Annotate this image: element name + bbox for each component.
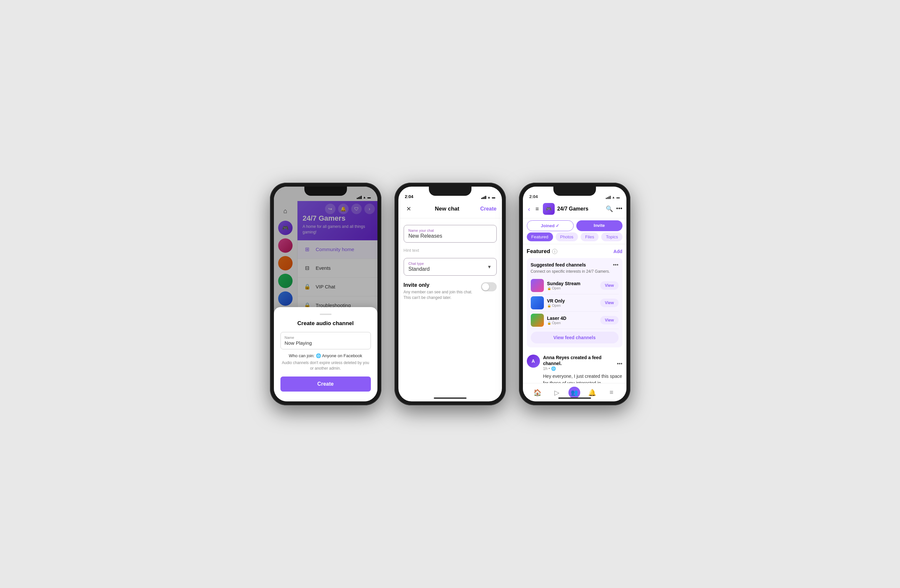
activity-more-icon[interactable]: ••• (617, 361, 622, 367)
back-button[interactable]: ‹ (527, 204, 532, 214)
invite-only-toggle[interactable] (481, 282, 497, 291)
tab-bar: Featured Photos Files Topics Re... (523, 230, 627, 244)
join-invite-row: Joined ✓ Invite (523, 218, 627, 231)
phone-2: 2:04 ▲ ▬ ✕ New chat Create Name your cha… (394, 183, 506, 405)
view-button-sunday[interactable]: View (600, 281, 618, 290)
close-button[interactable]: ✕ (403, 204, 414, 214)
info-icon[interactable]: i (552, 249, 557, 254)
group-name: 24/7 Gamers (557, 206, 603, 212)
tab-topics[interactable]: Topics (601, 232, 622, 241)
create-link[interactable]: Create (480, 206, 497, 212)
phone2-header: ✕ New chat Create (399, 201, 502, 218)
dropdown-arrow-icon: ▼ (487, 264, 492, 269)
phone-1: ▲ ▬ ⌂ 🎮 ↪ 🔔 🛡 (270, 183, 381, 405)
notch-3 (553, 187, 596, 196)
name-input-value: Now Playing (285, 340, 367, 346)
channel-thumb-sunday (531, 279, 544, 292)
header-icons: 🔍 ••• (606, 205, 622, 212)
nav-groups[interactable]: 👥 (568, 387, 580, 398)
invite-only-desc: Any member can see and join this chat. T… (403, 289, 479, 300)
time-3: 2:04 (529, 194, 538, 199)
lock-icon-sunday: 🔒 (547, 286, 551, 290)
chat-name-value: New Releases (408, 233, 492, 239)
activity-meta: 1h • 🌐 (543, 366, 617, 371)
tab-more[interactable]: Re... (625, 232, 626, 241)
chat-name-label: Name your chat (408, 229, 492, 232)
invite-only-info: Invite only Any member can see and join … (403, 282, 479, 300)
phone-3: 2:04 ▲ ▬ ‹ ≡ 🎮 24/7 Gamers 🔍 ••• Joine (519, 183, 630, 405)
home-indicator-2 (434, 398, 467, 399)
chat-type-label: Chat type (408, 262, 430, 266)
create-audio-channel-button[interactable]: Create (281, 376, 371, 391)
channel-row-vr: VR Only 🔒 Open View (531, 294, 619, 312)
channel-row-sunday: Sunday Stream 🔒 Open View (531, 277, 619, 294)
suggested-card: Suggested feed channels ••• Connect on s… (527, 258, 622, 347)
new-chat-title: New chat (435, 206, 459, 212)
invite-only-label: Invite only (403, 282, 479, 288)
tab-featured[interactable]: Featured (527, 232, 553, 241)
channel-thumb-vr (531, 296, 544, 309)
status-icons-2: ▲ ▬ (481, 195, 495, 199)
wifi-icon-3: ▲ (612, 195, 615, 199)
featured-section: Featured i Add Suggested feed channels •… (523, 244, 627, 347)
time-2: 2:04 (405, 194, 413, 199)
tab-photos[interactable]: Photos (556, 232, 578, 241)
activity-avatar: A (527, 354, 540, 368)
channel-info-sunday: Sunday Stream 🔒 Open (547, 281, 597, 290)
channel-info-laser: Laser 4D 🔒 Open (547, 316, 597, 325)
nav-home[interactable]: 🏠 (531, 385, 545, 400)
channel-status-laser: 🔒 Open (547, 321, 597, 325)
suggested-desc: Connect on specific interests in 24/7 Ga… (531, 269, 619, 274)
bottom-sheet: Create audio channel Name Now Playing Wh… (274, 307, 377, 401)
who-join-text: Who can join: 🌐 Anyone on Facebook (281, 353, 371, 358)
channel-status-vr: 🔒 Open (547, 303, 597, 308)
name-input-label: Name (285, 336, 367, 339)
lock-icon-laser: 🔒 (547, 321, 551, 325)
notch-2 (429, 187, 472, 196)
search-icon[interactable]: 🔍 (606, 205, 613, 212)
suggested-header: Suggested feed channels ••• (531, 262, 619, 268)
who-join-value: Anyone on Facebook (322, 353, 362, 358)
channel-name-vr: VR Only (547, 298, 597, 303)
chat-type-value: Standard (408, 266, 430, 272)
menu-button[interactable]: ≡ (534, 204, 540, 214)
lock-icon-vr: 🔒 (547, 304, 551, 308)
group-avatar: 🎮 (543, 203, 555, 215)
channel-status-sunday: 🔒 Open (547, 286, 597, 290)
channel-name-laser: Laser 4D (547, 316, 597, 321)
hint-text-label: Hint text (403, 248, 497, 253)
phone3-header: ‹ ≡ 🎮 24/7 Gamers 🔍 ••• (523, 201, 627, 218)
channel-row-laser: Laser 4D 🔒 Open View (531, 312, 619, 329)
home-indicator-3 (558, 398, 591, 399)
expire-text: Audio channels don't expire unless delet… (281, 360, 371, 371)
channel-info-vr: VR Only 🔒 Open (547, 298, 597, 308)
new-chat-form: Name your chat New Releases Hint text Ch… (399, 218, 502, 308)
more-icon[interactable]: ••• (616, 205, 622, 212)
phone3-content: Featured i Add Suggested feed channels •… (523, 244, 627, 401)
featured-title: Featured i (527, 248, 558, 255)
status-icons-3: ▲ ▬ (606, 195, 620, 199)
add-link[interactable]: Add (613, 249, 622, 254)
channel-name-sunday: Sunday Stream (547, 281, 597, 286)
signal-icon-3 (606, 196, 611, 199)
view-feed-channels-button[interactable]: View feed channels (531, 332, 619, 344)
view-button-laser[interactable]: View (600, 316, 618, 325)
battery-icon-3: ▬ (617, 195, 620, 199)
invite-only-row: Invite only Any member can see and join … (403, 281, 497, 302)
suggested-more-icon[interactable]: ••• (613, 262, 619, 268)
chat-name-field[interactable]: Name your chat New Releases (403, 225, 497, 243)
nav-menu[interactable]: ≡ (604, 385, 619, 400)
battery-icon-2: ▬ (492, 195, 495, 199)
view-button-vr[interactable]: View (600, 299, 618, 307)
phone-3-screen: 2:04 ▲ ▬ ‹ ≡ 🎮 24/7 Gamers 🔍 ••• Joine (523, 187, 627, 401)
sheet-title: Create audio channel (281, 320, 371, 327)
name-input-field[interactable]: Name Now Playing (281, 332, 371, 349)
wifi-icon-2: ▲ (487, 195, 491, 199)
featured-header: Featured i Add (527, 248, 622, 255)
activity-user-name: Anna Reyes created a feed channel. (543, 355, 602, 366)
suggested-title: Suggested feed channels (531, 262, 586, 268)
tab-files[interactable]: Files (580, 232, 599, 241)
chat-type-field[interactable]: Chat type Standard ▼ (403, 258, 497, 275)
globe-icon: 🌐 (316, 353, 322, 358)
phone-2-screen: 2:04 ▲ ▬ ✕ New chat Create Name your cha… (399, 187, 502, 401)
